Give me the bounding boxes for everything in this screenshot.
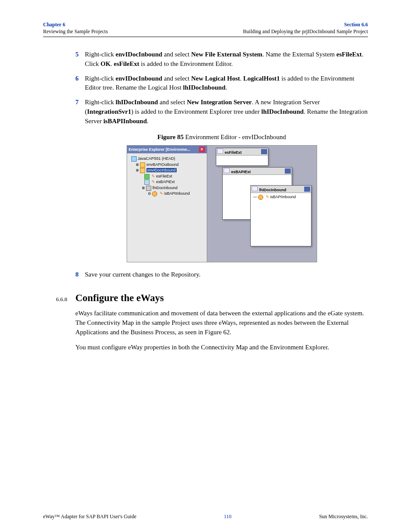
tree-node-selected[interactable]: envIDocInbound [146, 168, 177, 172]
step-bold: lhIDocInbound [115, 99, 158, 106]
tree-node[interactable]: esFileExt [156, 174, 172, 178]
step-bold: envIDocInbound [115, 51, 162, 58]
box-title: lhIDocInbound [259, 188, 286, 192]
header-left-sub: Reviewing the Sample Projects [43, 28, 108, 34]
step-bold: New File External System [191, 51, 262, 58]
chapter-label[interactable]: Chapter 6 [43, 22, 65, 28]
explorer-tree[interactable]: JavaCAPS51 (HEAD) ⊕ envBAPIOutbound ⊕ en… [127, 153, 207, 199]
tree-node[interactable]: lhIDocInbound [153, 186, 177, 190]
step-number: 7 [75, 98, 85, 126]
explorer-title: Enterprise Explorer [Environme... [129, 147, 190, 152]
step-text: . Name the External System [262, 51, 336, 58]
step-bold: LogicalHost1 [243, 75, 280, 82]
close-icon[interactable]: × [199, 146, 205, 152]
tree-root[interactable]: JavaCAPS51 (HEAD) [138, 156, 175, 161]
figure-screenshot: Enterprise Explorer [Environme... × Java… [127, 145, 317, 262]
step-bold: esFileExt [336, 51, 362, 58]
box-item[interactable]: isBAPIInbound [270, 195, 296, 199]
canvas-box-lhidocinbound[interactable]: lhIDocInbound — ✎ isBAPIInbound [250, 185, 311, 246]
step-bold: esFileExt [114, 60, 139, 67]
step-text: Right-click [85, 51, 115, 58]
page-number: 110 [224, 513, 232, 520]
header-right-sub: Building and Deploying the prjIDocInboun… [243, 28, 368, 34]
step-text: Right-click [85, 75, 115, 82]
step-text: ) is added to the Environment Explorer t… [131, 108, 262, 115]
host-icon [252, 186, 258, 191]
step-bold: New Integration Server [187, 99, 252, 106]
minimize-icon[interactable] [285, 168, 291, 174]
tree-node[interactable]: isBAPIInbound [164, 191, 190, 196]
footer-left: eWay™ Adapter for SAP BAPI User's Guide [43, 513, 136, 520]
step-5: 5 Right-click envIDocInbound and select … [75, 50, 368, 69]
step-number: 6 [75, 74, 85, 93]
host-icon [146, 186, 151, 191]
figure-number: Figure 85 [157, 134, 184, 140]
step-bold: New Logical Host [191, 75, 240, 82]
figure-title: Environment Editor - envIDocInbound [184, 134, 286, 140]
tree-node[interactable]: envBAPIOutbound [146, 162, 179, 167]
step-bold: envIDocInbound [115, 75, 162, 82]
explorer-panel: Enterprise Explorer [Environme... × Java… [127, 146, 207, 262]
step-text: Save your current changes to the Reposit… [85, 270, 368, 280]
figure-caption: Figure 85 Environment Editor - envIDocIn… [75, 134, 368, 141]
server-icon [258, 195, 263, 200]
box-title: esFileExt [225, 150, 242, 155]
folder-icon [144, 180, 149, 185]
step-text: is added to the Environment Editor. [139, 60, 233, 67]
database-icon [131, 156, 137, 162]
paragraph: eWays facilitate communication and movem… [75, 309, 368, 337]
section-title: Configure the eWays [75, 292, 164, 304]
window-icon [217, 149, 223, 154]
step-text: . [240, 75, 243, 82]
env-icon [140, 168, 145, 173]
section-label[interactable]: Section 6.6 [344, 22, 368, 28]
explorer-titlebar: Enterprise Explorer [Environme... × [127, 146, 207, 153]
editor-canvas[interactable]: esFileExt esBAPIExt lhIDocInbound — ✎ is… [207, 146, 317, 262]
paragraph: You must configure eWay properties in bo… [75, 343, 368, 352]
window-icon [224, 168, 230, 173]
step-text: and select [158, 99, 187, 106]
minimize-icon[interactable] [304, 187, 310, 192]
page-header: Chapter 6 Reviewing the Sample Projects … [43, 22, 368, 37]
step-text: . [111, 60, 114, 67]
step-text: . [147, 118, 149, 124]
step-text: Right-click [85, 99, 115, 106]
step-bold: isBAPIInbound [103, 118, 147, 124]
step-bold: lhIDocInbound [262, 108, 304, 115]
section-number: 6.6.8 [56, 296, 75, 303]
step-text: and select [162, 51, 191, 58]
file-icon [144, 174, 149, 179]
minimize-icon[interactable] [261, 149, 267, 154]
env-icon [140, 162, 145, 168]
step-text: and select [162, 75, 191, 82]
tree-node[interactable]: esBAPIExt [156, 180, 175, 184]
step-bold: IntegrationSvr1 [87, 108, 131, 115]
step-number: 8 [75, 270, 85, 280]
step-6: 6 Right-click envIDocInbound and select … [75, 74, 368, 93]
box-title: esBAPIExt [231, 170, 251, 174]
step-text: . [225, 84, 227, 91]
canvas-box-esfileext[interactable]: esFileExt [216, 148, 268, 166]
footer-right: Sun Microsystems, Inc. [319, 513, 368, 520]
step-7: 7 Right-click lhIDocInbound and select N… [75, 98, 368, 126]
step-number: 5 [75, 50, 85, 69]
page-footer: eWay™ Adapter for SAP BAPI User's Guide … [43, 513, 368, 520]
step-8: 8 Save your current changes to the Repos… [75, 270, 368, 280]
step-bold: lhIDocInbound [183, 84, 225, 91]
step-bold: OK [100, 60, 110, 67]
server-icon [152, 191, 157, 196]
